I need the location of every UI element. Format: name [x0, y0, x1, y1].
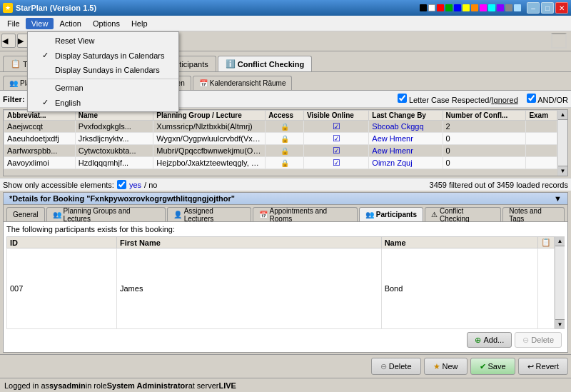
and-or-section: AND/OR	[527, 94, 568, 104]
table-scrollbar[interactable]: ▲ ▼	[557, 110, 567, 176]
planungsgruppen-icon: 👥	[9, 79, 18, 87]
dropdown-item-german[interactable]: German	[28, 81, 178, 95]
detail-conflict-icon: ⚠	[431, 211, 438, 218]
accessible-checkbox[interactable]	[117, 180, 126, 189]
main-table-container: Abbreviat... Name Planning Group / Lectu…	[3, 109, 568, 176]
cell-planning: Mubri/Qpqccfbwnwekjmu(Owrbmb)	[153, 145, 266, 157]
records-total: 3459 filtered out of 3459 loaded records	[430, 181, 568, 189]
cell-abbrev: Aaeuhdoetjxdfj	[4, 133, 76, 145]
revert-button[interactable]: ↩ Revert	[518, 358, 568, 375]
cell-lastchange: Aew Hmenr	[369, 145, 443, 157]
participant-scrollbar[interactable]: ▲ ▼	[555, 236, 565, 329]
dropdown-item-reset-view[interactable]: Reset View	[28, 34, 178, 48]
participant-table: ID First Name Name 📋 007 James Bond	[6, 236, 555, 329]
title-bar: ★ StarPlan (Version 1.5) – □ ✕	[0, 0, 571, 16]
detail-tab-general[interactable]: General	[6, 207, 45, 221]
app-icon: ★	[3, 3, 13, 13]
cell-conflicts: 0	[443, 145, 526, 157]
cell-visible: ☑	[303, 145, 368, 157]
minimize-button[interactable]: –	[527, 2, 540, 14]
cell-access: 🔒	[266, 145, 304, 157]
cell-access: 🔒	[266, 133, 304, 145]
sub-tab-kalender-raume[interactable]: 📅 Kalenderansicht Räume	[193, 76, 293, 90]
scroll-down-button[interactable]: ▼	[558, 166, 567, 176]
menu-help[interactable]: Help	[126, 18, 153, 29]
cell-visible: ☑	[303, 133, 368, 145]
cell-conflicts: 0	[443, 157, 526, 169]
window-controls[interactable]: – □ ✕	[527, 2, 568, 14]
p-scroll-up[interactable]: ▲	[555, 236, 565, 246]
menu-view[interactable]: View	[26, 18, 54, 29]
and-or-checkbox[interactable]	[527, 94, 536, 103]
detail-tab-conflict-checking[interactable]: ⚠ Conflict Checking	[425, 207, 501, 221]
check-sundays	[42, 66, 51, 74]
check-german	[42, 84, 51, 92]
delete-icon: ⊖	[522, 336, 529, 345]
detail-panel: *Details for Booking "Fxnkpywoxrovkogrgw…	[3, 192, 568, 353]
cell-lastchange: Aew Hmenr	[369, 133, 443, 145]
table-row[interactable]: Aaeuhdoetjxdfj Jrksdljcnyktv... Wygxn/Oy…	[4, 133, 557, 145]
detail-tab-participants[interactable]: 👥 Participants	[359, 207, 423, 221]
menu-bar: File View Action Options Help	[0, 16, 571, 31]
status-user: sysadmin	[49, 381, 86, 390]
detail-tab-notes[interactable]: Notes and Tags	[502, 207, 565, 221]
delete-button[interactable]: ⊖ Delete	[371, 358, 421, 375]
p-scroll-down[interactable]: ▼	[555, 319, 565, 329]
table-row[interactable]: Aaejwccqt Pvxfodxgkgls... Xumssricp/Nlzt…	[4, 121, 557, 133]
letter-case-text: Letter Case Respected/Ignored	[398, 94, 518, 104]
cell-lastchange: Sbcoab Ckggq	[369, 121, 443, 133]
check-english: ✓	[42, 98, 51, 107]
menu-file[interactable]: File	[1, 18, 26, 29]
participant-action-row: ⊕ Add... ⊖ Delete	[6, 329, 565, 349]
p-cell-firstname: James	[116, 248, 381, 329]
cell-planning: Xumssricp/Nlztbxkbi(Altmrj)	[153, 121, 266, 133]
detail-tab-bar: General 👥 Planning Groups and Lectures 👤…	[4, 205, 567, 222]
participant-row[interactable]: 007 James Bond	[7, 248, 555, 329]
assigned-lecturers-icon: 👤	[173, 211, 182, 218]
cell-abbrev: Aaejwccqt	[4, 121, 76, 133]
delete-participant-button[interactable]: ⊖ Delete	[515, 332, 562, 348]
dropdown-item-saturdays[interactable]: ✓ Display Saturdays in Calendars	[28, 48, 178, 63]
letter-case-checkbox[interactable]	[398, 94, 407, 103]
add-participant-button[interactable]: ⊕ Add...	[467, 332, 512, 348]
cell-visible: ☑	[303, 157, 368, 169]
p-cell-name: Bond	[381, 248, 537, 329]
planning-groups-icon: 👥	[53, 211, 61, 218]
cell-access: 🔒	[266, 121, 304, 133]
participant-table-wrapper: ID First Name Name 📋 007 James Bond	[6, 236, 565, 329]
detail-tab-assigned-lecturers[interactable]: 👤 Assigned Lecturers	[167, 207, 251, 221]
check-reset	[42, 36, 51, 45]
check-saturdays: ✓	[42, 51, 51, 60]
scroll-up-button[interactable]: ▲	[558, 110, 567, 120]
col-header-visible: Visible Online	[303, 111, 368, 121]
participant-subtext: The following participants exists for th…	[6, 225, 565, 233]
save-icon: ✔	[480, 362, 486, 371]
loading-spinner	[551, 33, 567, 49]
detail-content: The following participants exists for th…	[4, 222, 567, 352]
new-button[interactable]: ★ New	[424, 358, 468, 375]
yes-link[interactable]: yes	[129, 181, 141, 189]
detail-tab-planning-groups[interactable]: 👥 Planning Groups and Lectures	[46, 207, 166, 221]
appointments-icon: 📅	[259, 211, 268, 218]
maximize-button[interactable]: □	[541, 2, 554, 14]
bottom-bar: ⊖ Delete ★ New ✔ Save ↩ Revert	[0, 354, 571, 378]
p-cell-id: 007	[7, 248, 117, 329]
cell-access: 🔒	[266, 157, 304, 169]
close-button[interactable]: ✕	[555, 2, 568, 14]
dropdown-item-english[interactable]: ✓ English	[28, 95, 178, 110]
cell-abbrev: Aarfwxrspbb...	[4, 145, 76, 157]
detail-collapse-icon[interactable]: ▼	[554, 194, 562, 203]
menu-options[interactable]: Options	[87, 18, 126, 29]
dropdown-item-sundays[interactable]: Display Sundays in Calendars	[28, 63, 178, 77]
menu-action[interactable]: Action	[54, 18, 87, 29]
detail-tab-appointments[interactable]: 📅 Appointments and Rooms	[253, 207, 358, 221]
table-row[interactable]: Aarfwxrspbb... Cytwctoxukbta... Mubri/Qp…	[4, 145, 557, 157]
teaching-loads-icon: 📋	[11, 59, 21, 69]
nav-back-button[interactable]: ◀	[1, 34, 16, 48]
save-button[interactable]: ✔ Save	[470, 358, 515, 375]
table-row[interactable]: Aavoyxlimoi Hzdlqqqmhjf... Hejzpbo/Jxakt…	[4, 157, 557, 169]
cell-name: Pvxfodxgkgls...	[75, 121, 153, 133]
cell-lastchange: Oimzn Zquj	[369, 157, 443, 169]
cell-name: Jrksdljcnyktv...	[75, 133, 153, 145]
tab-conflict-checking[interactable]: ℹ️ Conflict Checking	[218, 56, 313, 71]
